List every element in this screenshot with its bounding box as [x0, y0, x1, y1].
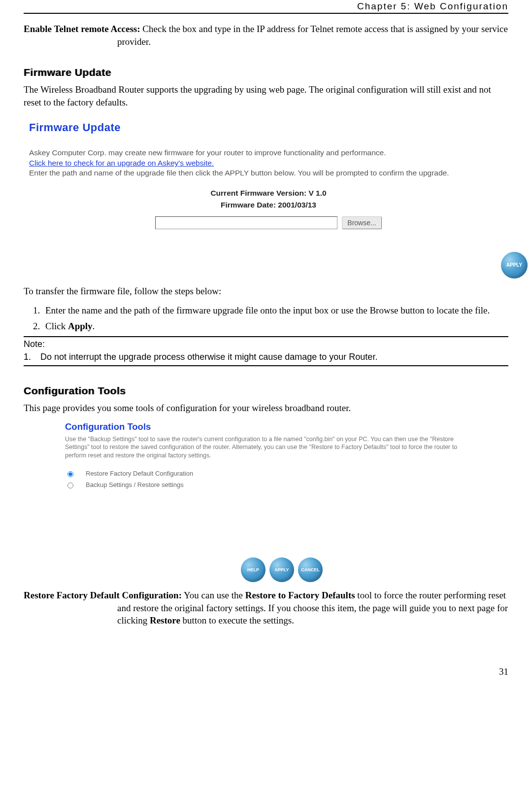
firmware-panel-line1: Askey Computer Corp. may create new firm… — [29, 148, 508, 158]
restore-b: Restore to Factory Defaults — [245, 590, 355, 600]
page-number: 31 — [24, 666, 508, 677]
firmware-panel-title: Firmware Update — [29, 121, 508, 134]
telnet-paragraph: Enable Telnet remote Access: Check the b… — [24, 23, 508, 48]
restore-a: You can use the — [182, 590, 245, 600]
step-2: Click Apply. — [42, 320, 508, 333]
note-block: Note: 1. Do not interrupt the upgrade pr… — [24, 337, 508, 366]
config-heading: Configuration Tools — [24, 385, 508, 397]
note-number: 1. — [24, 351, 40, 363]
firmware-heading: Firmware Update — [24, 67, 508, 78]
note-title: Note: — [24, 338, 508, 350]
firmware-panel-line2: Enter the path and name of the upgrade f… — [29, 168, 508, 178]
restore-d: Restore — [150, 615, 180, 625]
firmware-file-input[interactable] — [155, 216, 337, 229]
firmware-date-value: 2001/03/13 — [278, 201, 316, 209]
page-header: Chapter 5: Web Configuration — [24, 0, 508, 14]
radio-restore-defaults-input[interactable] — [67, 471, 73, 477]
radio-backup-restore[interactable]: Backup Settings / Restore settings — [65, 481, 469, 488]
firmware-panel: Firmware Update Askey Computer Corp. may… — [24, 116, 508, 277]
config-panel-title: Configuration Tools — [65, 421, 469, 432]
browse-button[interactable]: Browse... — [342, 216, 381, 229]
restore-e: button to execute the settings. — [180, 615, 294, 625]
config-intro: This page provides you some tools of con… — [24, 402, 508, 415]
config-panel: Configuration Tools Use the "Backup Sett… — [65, 421, 469, 583]
firmware-version-block: Current Firmware Version: V 1.0 Firmware… — [29, 187, 508, 210]
telnet-label: Enable Telnet remote Access: — [24, 24, 140, 34]
firmware-intro: The Wireless Broadband Router supports t… — [24, 83, 508, 108]
radio-restore-defaults[interactable]: Restore Factory Default Configuration — [65, 470, 469, 477]
config-panel-desc: Use the "Backup Settings" tool to save t… — [65, 435, 469, 460]
firmware-date-label: Firmware Date: — [221, 201, 278, 209]
steps-list: Enter the name and the path of the firmw… — [24, 304, 508, 332]
firmware-version-label: Current Firmware Version: — [210, 189, 308, 197]
step-2a: Click — [45, 321, 68, 331]
help-button[interactable]: HELP — [241, 557, 266, 582]
cancel-button[interactable]: CANCEL — [298, 557, 323, 582]
restore-label: Restore Factory Default Configuration: — [24, 590, 182, 600]
step-2c: . — [93, 321, 95, 331]
restore-paragraph: Restore Factory Default Configuration: Y… — [24, 589, 508, 627]
firmware-version-value: V 1.0 — [308, 189, 326, 197]
telnet-text: Check the box and type in the IP address… — [117, 24, 508, 47]
radio-backup-restore-label: Backup Settings / Restore settings — [86, 481, 184, 488]
steps-intro: To transfer the firmware file, follow th… — [24, 285, 508, 298]
radio-backup-restore-input[interactable] — [67, 483, 73, 488]
config-apply-button[interactable]: APPLY — [269, 557, 294, 582]
step-2b: Apply — [68, 321, 93, 331]
apply-button[interactable]: APPLY — [501, 252, 528, 278]
step-1: Enter the name and the path of the firmw… — [42, 304, 508, 317]
radio-restore-defaults-label: Restore Factory Default Configuration — [86, 470, 193, 477]
note-text: Do not interrupt the upgrade process oth… — [40, 351, 377, 363]
firmware-check-link[interactable]: Click here to check for an upgrade on As… — [29, 159, 214, 168]
